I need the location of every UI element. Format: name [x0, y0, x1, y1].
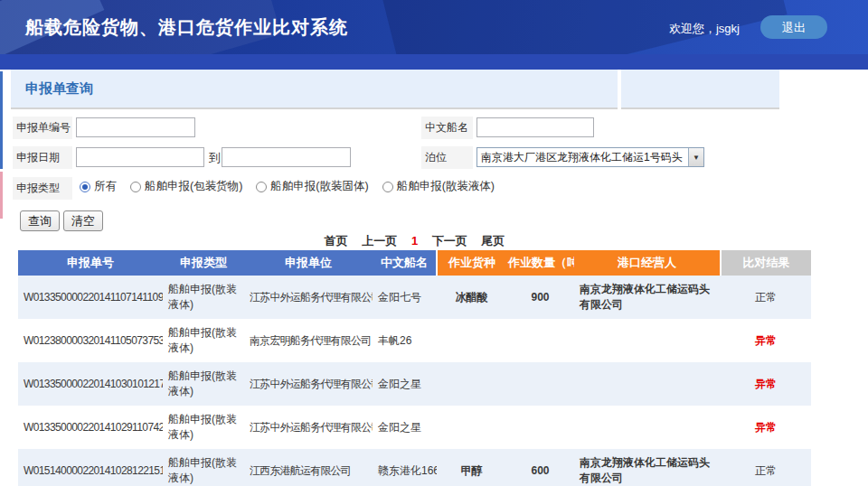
cell-ship-name: 金阳之星	[373, 406, 437, 449]
cell-quantity	[506, 319, 574, 362]
radio-option-label: 船舶申报(散装液体)	[397, 179, 495, 194]
ship-name-input[interactable]	[476, 117, 594, 137]
cell-cargo-type: 冰醋酸	[437, 276, 506, 319]
table-row: W013350000220141107141109船舶申报(散装液体)江苏中外运…	[18, 276, 811, 319]
radio-icon[interactable]	[382, 182, 393, 192]
ship-name-label: 中文船名	[421, 117, 473, 139]
cell-cargo-type	[437, 362, 506, 406]
radio-option-2[interactable]: 船舶申报(散装固体)	[256, 179, 368, 194]
cell-declaration-no: W015140000220141028122151	[18, 449, 163, 486]
column-header: 中文船名	[373, 250, 437, 276]
radio-icon[interactable]	[130, 182, 141, 192]
table-header-row: 申报单号申报类型申报单位中文船名作业货种作业数量（吨）港口经营人比对结果	[18, 250, 811, 276]
cell-declaration-no: W013350000220141029110742	[18, 406, 163, 449]
app-title: 船载危险货物、港口危货作业比对系统	[25, 15, 348, 40]
table-row: W013350000220141029110742船舶申报(散装液体)江苏中外运…	[18, 406, 811, 449]
column-header: 申报单号	[18, 250, 163, 276]
cell-result: 异常	[721, 406, 811, 449]
column-header: 申报类型	[163, 250, 244, 276]
column-header: 比对结果	[721, 250, 811, 276]
pagination-first[interactable]: 首页	[325, 234, 348, 248]
table-row: W015140000220141028122151船舶申报(散装液体)江西东港航…	[18, 449, 811, 486]
cell-port-operator: 南京龙翔液体化工储运码头有限公司	[574, 449, 721, 486]
radio-option-3[interactable]: 船舶申报(散装液体)	[382, 179, 495, 194]
cell-ship-name: 金阳七号	[373, 276, 437, 319]
section-header-band-right	[621, 70, 779, 109]
cell-quantity: 600	[506, 449, 574, 486]
radio-icon[interactable]	[80, 182, 90, 192]
declaration-type-label: 申报类型	[13, 177, 72, 200]
results-table: 申报单号申报类型申报单位中文船名作业货种作业数量（吨）港口经营人比对结果 W01…	[18, 250, 811, 486]
cell-quantity	[506, 406, 574, 449]
app-header: 船载危险货物、港口危货作业比对系统 欢迎您，jsgkj 退出	[0, 0, 868, 54]
column-header: 作业数量（吨）	[506, 250, 574, 276]
berth-label: 泊位	[421, 146, 473, 169]
radio-option-label: 船舶申报(包装货物)	[145, 179, 242, 194]
cell-declaration-type: 船舶申报(散装液体)	[163, 449, 244, 486]
radio-icon[interactable]	[256, 182, 267, 192]
search-button[interactable]: 查询	[20, 210, 60, 231]
berth-select[interactable]: 南京港大厂港区龙翔液体化工储运1号码头 ▼	[476, 147, 704, 167]
date-to-word: 到	[209, 150, 221, 166]
header-accent-bar	[0, 54, 868, 70]
cell-declaration-type: 船舶申报(散装液体)	[163, 362, 244, 406]
column-header: 作业货种	[437, 250, 506, 276]
cell-port-operator	[574, 319, 721, 362]
chevron-down-icon[interactable]: ▼	[688, 148, 703, 166]
cell-declaration-unit: 江苏中外运船务代理有限公司	[244, 406, 373, 449]
radio-option-0[interactable]: 所有	[80, 179, 117, 194]
cell-ship-name: 丰帆26	[373, 319, 437, 362]
cell-declaration-unit: 南京宏明船务代理有限公司	[244, 319, 373, 362]
cell-cargo-type	[437, 319, 506, 362]
left-accent-line-blue	[0, 71, 3, 169]
cell-port-operator	[574, 362, 721, 406]
cell-declaration-no: W013350000220141107141109	[18, 276, 163, 319]
cell-result: 正常	[721, 276, 811, 319]
declaration-no-input[interactable]	[76, 117, 195, 137]
declaration-no-label: 申报单编号	[13, 117, 72, 139]
logout-button[interactable]: 退出	[760, 15, 827, 39]
left-accent-line-red	[0, 172, 3, 219]
cell-declaration-unit: 江苏中外运船务代理有限公司	[244, 362, 373, 406]
section-header-band: 申报单查询	[11, 70, 618, 109]
cell-result: 异常	[721, 362, 811, 406]
column-header: 申报单位	[244, 250, 373, 276]
welcome-text: 欢迎您，jsgkj	[669, 21, 740, 37]
table-row: W013350000220141030101217船舶申报(散装液体)江苏中外运…	[18, 362, 811, 406]
cell-quantity: 900	[506, 276, 574, 319]
page-title: 申报单查询	[25, 70, 93, 107]
cell-ship-name: 金阳之星	[373, 362, 437, 406]
cell-port-operator	[574, 406, 721, 449]
cell-port-operator: 南京龙翔液体化工储运码头有限公司	[574, 276, 721, 319]
declaration-date-label: 申报日期	[13, 146, 72, 169]
cell-declaration-no: W013350000220141030101217	[18, 362, 163, 406]
date-from-input[interactable]	[76, 147, 204, 167]
cell-ship-name: 赣东港化166	[373, 449, 437, 486]
cell-cargo-type	[437, 406, 506, 449]
pagination-last[interactable]: 尾页	[481, 234, 505, 248]
cell-result: 正常	[721, 449, 811, 486]
radio-option-label: 船舶申报(散装固体)	[270, 179, 368, 194]
cell-declaration-unit: 江西东港航运有限公司	[244, 449, 373, 486]
radio-option-label: 所有	[94, 179, 117, 194]
declaration-type-radio-group: 所有船舶申报(包装货物)船舶申报(散装固体)船舶申报(散装液体)	[80, 179, 495, 194]
pagination: 首页 上一页 1 下一页 尾页	[18, 233, 811, 249]
clear-button[interactable]: 清空	[63, 210, 103, 231]
pagination-next[interactable]: 下一页	[432, 234, 467, 248]
cell-declaration-type: 船舶申报(散装液体)	[163, 319, 244, 362]
cell-quantity	[506, 362, 574, 406]
table-row: W012380000320141105073753船舶申报(散装液体)南京宏明船…	[18, 319, 811, 362]
pagination-prev[interactable]: 上一页	[362, 234, 397, 248]
cell-declaration-no: W012380000320141105073753	[18, 319, 163, 362]
cell-cargo-type: 甲醇	[437, 449, 506, 486]
cell-declaration-type: 船舶申报(散装液体)	[163, 406, 244, 449]
cell-declaration-unit: 江苏中外运船务代理有限公司	[244, 276, 373, 319]
results-table-body: W013350000220141107141109船舶申报(散装液体)江苏中外运…	[18, 276, 811, 486]
cell-declaration-type: 船舶申报(散装液体)	[163, 276, 244, 319]
cell-result: 异常	[721, 319, 811, 362]
pagination-current-page: 1	[411, 234, 418, 248]
date-to-input[interactable]	[222, 147, 351, 167]
berth-selected-value: 南京港大厂港区龙翔液体化工储运1号码头	[477, 150, 688, 165]
column-header: 港口经营人	[574, 250, 721, 276]
radio-option-1[interactable]: 船舶申报(包装货物)	[130, 179, 242, 194]
